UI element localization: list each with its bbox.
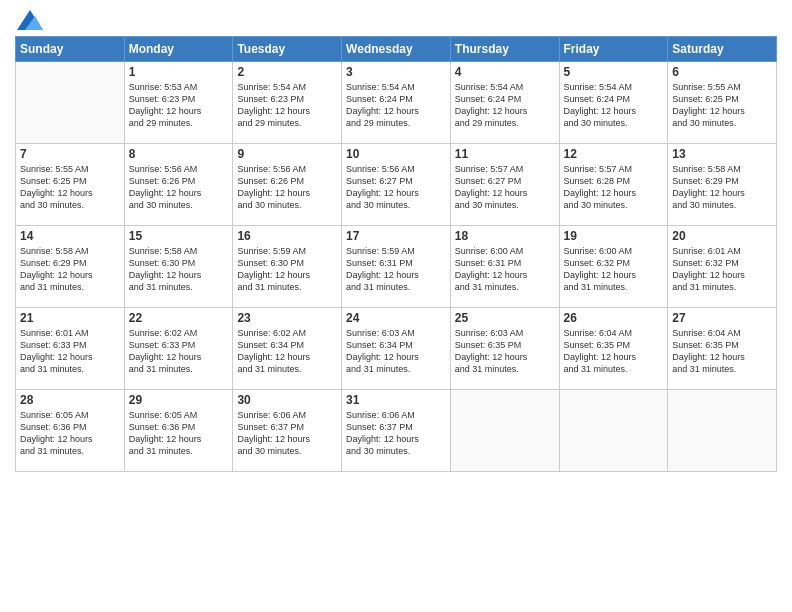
day-info: Sunrise: 5:55 AM Sunset: 6:25 PM Dayligh… [20,163,120,212]
calendar-cell: 13Sunrise: 5:58 AM Sunset: 6:29 PM Dayli… [668,144,777,226]
calendar-cell: 2Sunrise: 5:54 AM Sunset: 6:23 PM Daylig… [233,62,342,144]
day-info: Sunrise: 5:59 AM Sunset: 6:31 PM Dayligh… [346,245,446,294]
day-number: 22 [129,311,229,325]
day-number: 30 [237,393,337,407]
day-number: 3 [346,65,446,79]
day-info: Sunrise: 6:01 AM Sunset: 6:33 PM Dayligh… [20,327,120,376]
calendar-table: SundayMondayTuesdayWednesdayThursdayFrid… [15,36,777,472]
day-number: 14 [20,229,120,243]
calendar-cell: 21Sunrise: 6:01 AM Sunset: 6:33 PM Dayli… [16,308,125,390]
week-row-1: 1Sunrise: 5:53 AM Sunset: 6:23 PM Daylig… [16,62,777,144]
day-number: 26 [564,311,664,325]
day-info: Sunrise: 6:05 AM Sunset: 6:36 PM Dayligh… [20,409,120,458]
day-header-friday: Friday [559,37,668,62]
day-number: 9 [237,147,337,161]
calendar-cell: 8Sunrise: 5:56 AM Sunset: 6:26 PM Daylig… [124,144,233,226]
day-info: Sunrise: 6:02 AM Sunset: 6:34 PM Dayligh… [237,327,337,376]
day-info: Sunrise: 5:59 AM Sunset: 6:30 PM Dayligh… [237,245,337,294]
calendar-cell: 26Sunrise: 6:04 AM Sunset: 6:35 PM Dayli… [559,308,668,390]
day-header-tuesday: Tuesday [233,37,342,62]
header [15,10,777,30]
day-number: 29 [129,393,229,407]
logo-icon [17,10,43,30]
calendar-cell: 16Sunrise: 5:59 AM Sunset: 6:30 PM Dayli… [233,226,342,308]
calendar-cell [16,62,125,144]
day-info: Sunrise: 6:03 AM Sunset: 6:34 PM Dayligh… [346,327,446,376]
day-info: Sunrise: 5:54 AM Sunset: 6:24 PM Dayligh… [564,81,664,130]
week-row-5: 28Sunrise: 6:05 AM Sunset: 6:36 PM Dayli… [16,390,777,472]
day-info: Sunrise: 6:06 AM Sunset: 6:37 PM Dayligh… [346,409,446,458]
calendar-header-row: SundayMondayTuesdayWednesdayThursdayFrid… [16,37,777,62]
day-number: 21 [20,311,120,325]
calendar-cell: 29Sunrise: 6:05 AM Sunset: 6:36 PM Dayli… [124,390,233,472]
calendar-cell: 20Sunrise: 6:01 AM Sunset: 6:32 PM Dayli… [668,226,777,308]
calendar-cell: 14Sunrise: 5:58 AM Sunset: 6:29 PM Dayli… [16,226,125,308]
day-info: Sunrise: 6:06 AM Sunset: 6:37 PM Dayligh… [237,409,337,458]
day-number: 23 [237,311,337,325]
day-info: Sunrise: 6:02 AM Sunset: 6:33 PM Dayligh… [129,327,229,376]
day-number: 18 [455,229,555,243]
day-header-thursday: Thursday [450,37,559,62]
day-header-monday: Monday [124,37,233,62]
day-number: 1 [129,65,229,79]
day-info: Sunrise: 5:58 AM Sunset: 6:29 PM Dayligh… [672,163,772,212]
day-info: Sunrise: 5:54 AM Sunset: 6:24 PM Dayligh… [455,81,555,130]
day-info: Sunrise: 6:05 AM Sunset: 6:36 PM Dayligh… [129,409,229,458]
calendar-cell: 11Sunrise: 5:57 AM Sunset: 6:27 PM Dayli… [450,144,559,226]
calendar-cell: 12Sunrise: 5:57 AM Sunset: 6:28 PM Dayli… [559,144,668,226]
day-info: Sunrise: 5:55 AM Sunset: 6:25 PM Dayligh… [672,81,772,130]
calendar-cell: 27Sunrise: 6:04 AM Sunset: 6:35 PM Dayli… [668,308,777,390]
day-number: 27 [672,311,772,325]
week-row-3: 14Sunrise: 5:58 AM Sunset: 6:29 PM Dayli… [16,226,777,308]
day-info: Sunrise: 5:56 AM Sunset: 6:26 PM Dayligh… [129,163,229,212]
calendar-cell: 3Sunrise: 5:54 AM Sunset: 6:24 PM Daylig… [342,62,451,144]
day-number: 24 [346,311,446,325]
calendar-cell: 28Sunrise: 6:05 AM Sunset: 6:36 PM Dayli… [16,390,125,472]
day-number: 8 [129,147,229,161]
calendar-cell: 10Sunrise: 5:56 AM Sunset: 6:27 PM Dayli… [342,144,451,226]
day-header-wednesday: Wednesday [342,37,451,62]
calendar-cell: 17Sunrise: 5:59 AM Sunset: 6:31 PM Dayli… [342,226,451,308]
day-info: Sunrise: 6:04 AM Sunset: 6:35 PM Dayligh… [672,327,772,376]
calendar-cell: 24Sunrise: 6:03 AM Sunset: 6:34 PM Dayli… [342,308,451,390]
day-number: 10 [346,147,446,161]
day-number: 17 [346,229,446,243]
week-row-4: 21Sunrise: 6:01 AM Sunset: 6:33 PM Dayli… [16,308,777,390]
calendar-cell [450,390,559,472]
calendar-cell: 9Sunrise: 5:56 AM Sunset: 6:26 PM Daylig… [233,144,342,226]
day-info: Sunrise: 6:04 AM Sunset: 6:35 PM Dayligh… [564,327,664,376]
day-number: 13 [672,147,772,161]
calendar-cell: 23Sunrise: 6:02 AM Sunset: 6:34 PM Dayli… [233,308,342,390]
day-number: 2 [237,65,337,79]
day-info: Sunrise: 6:03 AM Sunset: 6:35 PM Dayligh… [455,327,555,376]
calendar-cell: 19Sunrise: 6:00 AM Sunset: 6:32 PM Dayli… [559,226,668,308]
calendar-cell: 4Sunrise: 5:54 AM Sunset: 6:24 PM Daylig… [450,62,559,144]
day-number: 15 [129,229,229,243]
day-info: Sunrise: 6:00 AM Sunset: 6:32 PM Dayligh… [564,245,664,294]
calendar-cell: 25Sunrise: 6:03 AM Sunset: 6:35 PM Dayli… [450,308,559,390]
day-number: 6 [672,65,772,79]
calendar-cell: 22Sunrise: 6:02 AM Sunset: 6:33 PM Dayli… [124,308,233,390]
day-number: 5 [564,65,664,79]
calendar-cell: 5Sunrise: 5:54 AM Sunset: 6:24 PM Daylig… [559,62,668,144]
calendar-cell: 30Sunrise: 6:06 AM Sunset: 6:37 PM Dayli… [233,390,342,472]
day-number: 19 [564,229,664,243]
day-number: 31 [346,393,446,407]
day-header-sunday: Sunday [16,37,125,62]
day-info: Sunrise: 5:56 AM Sunset: 6:26 PM Dayligh… [237,163,337,212]
calendar-cell [559,390,668,472]
page-container: SundayMondayTuesdayWednesdayThursdayFrid… [0,0,792,482]
calendar-cell: 6Sunrise: 5:55 AM Sunset: 6:25 PM Daylig… [668,62,777,144]
day-number: 16 [237,229,337,243]
day-number: 4 [455,65,555,79]
day-info: Sunrise: 5:57 AM Sunset: 6:27 PM Dayligh… [455,163,555,212]
day-info: Sunrise: 5:54 AM Sunset: 6:24 PM Dayligh… [346,81,446,130]
day-info: Sunrise: 5:56 AM Sunset: 6:27 PM Dayligh… [346,163,446,212]
day-number: 25 [455,311,555,325]
day-number: 28 [20,393,120,407]
calendar-cell: 18Sunrise: 6:00 AM Sunset: 6:31 PM Dayli… [450,226,559,308]
logo [15,10,43,30]
day-header-saturday: Saturday [668,37,777,62]
week-row-2: 7Sunrise: 5:55 AM Sunset: 6:25 PM Daylig… [16,144,777,226]
calendar-cell: 1Sunrise: 5:53 AM Sunset: 6:23 PM Daylig… [124,62,233,144]
